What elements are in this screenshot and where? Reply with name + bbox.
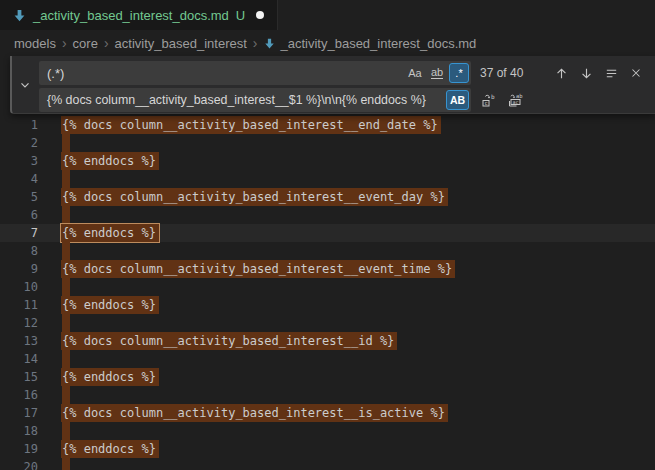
line-number[interactable]: 17 (0, 404, 38, 422)
line-number[interactable]: 20 (0, 458, 38, 470)
next-match-button[interactable] (577, 64, 595, 82)
breadcrumb-item-folder[interactable]: activity_based_interest (115, 36, 247, 51)
editor-line: 10 (0, 278, 655, 296)
line-text[interactable]: {% docs column__activity_based_interest_… (61, 116, 441, 134)
line-number[interactable]: 12 (0, 314, 38, 332)
line-text[interactable]: {% enddocs %} (61, 296, 159, 314)
line-number[interactable]: 11 (0, 296, 38, 314)
line-text[interactable]: {% enddocs %} (61, 224, 159, 242)
chevron-right-icon: › (104, 36, 109, 50)
line-text[interactable] (62, 386, 70, 404)
arrow-up-icon (554, 66, 569, 81)
arrow-down-icon (579, 66, 594, 81)
line-number[interactable]: 15 (0, 368, 38, 386)
line-number[interactable]: 9 (0, 260, 38, 278)
svg-text:c: c (485, 100, 488, 106)
breadcrumb-item-models[interactable]: models (14, 36, 56, 51)
find-input[interactable]: (.*) Aa ab .* (39, 61, 471, 85)
selection-lines-icon (604, 66, 619, 81)
editor-line: 14 (0, 350, 655, 368)
line-text[interactable]: {% enddocs %} (61, 368, 159, 386)
breadcrumb-item-file[interactable]: _activity_based_interest_docs.md (263, 36, 476, 51)
line-text[interactable] (62, 458, 70, 470)
editor-line: 13 {% docs column__activity_based_intere… (0, 332, 655, 350)
replace-icon: b c (481, 92, 497, 108)
line-number[interactable]: 6 (0, 206, 38, 224)
line-text[interactable] (62, 278, 70, 296)
line-number[interactable]: 2 (0, 134, 38, 152)
breadcrumb-item-core[interactable]: core (73, 36, 98, 51)
line-number[interactable]: 19 (0, 440, 38, 458)
line-text[interactable] (62, 242, 70, 260)
editor-line: 16 (0, 386, 655, 404)
editor-line: 2 (0, 134, 655, 152)
line-text[interactable]: {% docs column__activity_based_interest_… (61, 332, 397, 350)
replace-input[interactable]: {% docs column__activity_based_interest_… (39, 88, 471, 112)
line-number[interactable]: 13 (0, 332, 38, 350)
replace-actions: b c ab ac (480, 91, 524, 109)
line-text[interactable]: {% enddocs %} (61, 440, 159, 458)
line-number[interactable]: 1 (0, 116, 38, 134)
find-input-value: (.*) (39, 66, 405, 81)
replace-button[interactable]: b c (480, 91, 498, 109)
line-text[interactable] (62, 350, 70, 368)
editor-line: 4 (0, 170, 655, 188)
preserve-case-toggle[interactable]: AB (446, 90, 469, 110)
line-number[interactable]: 10 (0, 278, 38, 296)
toggle-replace-button[interactable] (12, 56, 38, 114)
editor-line: 7 {% enddocs %} (0, 224, 655, 242)
chevron-down-icon (18, 78, 32, 92)
line-number[interactable]: 5 (0, 188, 38, 206)
editor-line: 18 (0, 422, 655, 440)
line-text[interactable]: {% docs column__activity_based_interest_… (61, 188, 448, 206)
line-number[interactable]: 4 (0, 170, 38, 188)
tab-filename: _activity_based_interest_docs.md (33, 8, 229, 23)
line-text[interactable] (62, 134, 70, 152)
line-text[interactable]: {% docs column__activity_based_interest_… (61, 404, 448, 422)
editor-line: 15 {% enddocs %} (0, 368, 655, 386)
replace-all-button[interactable]: ab ac (506, 91, 524, 109)
line-text[interactable]: {% enddocs %} (61, 152, 159, 170)
editor-line: 1 {% docs column__activity_based_interes… (0, 116, 655, 134)
line-text[interactable]: {% docs column__activity_based_interest_… (61, 260, 455, 278)
line-number[interactable]: 14 (0, 350, 38, 368)
editor-line: 17 {% docs column__activity_based_intere… (0, 404, 655, 422)
editor-line: 19 {% enddocs %} (0, 440, 655, 458)
line-text[interactable] (62, 314, 70, 332)
line-number[interactable]: 3 (0, 152, 38, 170)
editor-line: 20 (0, 458, 655, 470)
match-count: 37 of 40 (480, 66, 523, 80)
find-nav-buttons (552, 61, 645, 85)
editor-code-area[interactable]: 1 {% docs column__activity_based_interes… (0, 113, 655, 470)
chevron-right-icon: › (253, 36, 258, 50)
replace-input-value: {% docs column__activity_based_interest_… (39, 93, 446, 107)
chevron-right-icon: › (62, 36, 67, 50)
previous-match-button[interactable] (552, 64, 570, 82)
editor-line: 9 {% docs column__activity_based_interes… (0, 260, 655, 278)
line-number[interactable]: 16 (0, 386, 38, 404)
editor-line: 11 {% enddocs %} (0, 296, 655, 314)
editor-line: 3 {% enddocs %} (0, 152, 655, 170)
unsaved-indicator-dot[interactable] (256, 11, 264, 19)
markdown-file-icon (263, 37, 276, 50)
whole-word-toggle[interactable]: ab (427, 63, 447, 83)
match-case-toggle[interactable]: Aa (405, 63, 425, 83)
close-icon (629, 66, 643, 80)
tab-bar: _activity_based_interest_docs.md U (0, 0, 655, 30)
editor-line: 6 (0, 206, 655, 224)
line-number[interactable]: 7 (0, 224, 38, 242)
find-in-selection-button[interactable] (602, 64, 620, 82)
line-text[interactable] (62, 170, 70, 188)
find-options: Aa ab .* (405, 63, 471, 83)
editor-line: 12 (0, 314, 655, 332)
line-text[interactable] (62, 206, 70, 224)
editor-line: 8 (0, 242, 655, 260)
line-number[interactable]: 8 (0, 242, 38, 260)
line-number[interactable]: 18 (0, 422, 38, 440)
regex-toggle[interactable]: .* (449, 63, 469, 83)
svg-text:ac: ac (513, 99, 519, 105)
breadcrumb-file-label: _activity_based_interest_docs.md (280, 36, 476, 51)
tab-active-file[interactable]: _activity_based_interest_docs.md U (0, 0, 278, 30)
close-find-button[interactable] (627, 64, 645, 82)
line-text[interactable] (62, 422, 70, 440)
